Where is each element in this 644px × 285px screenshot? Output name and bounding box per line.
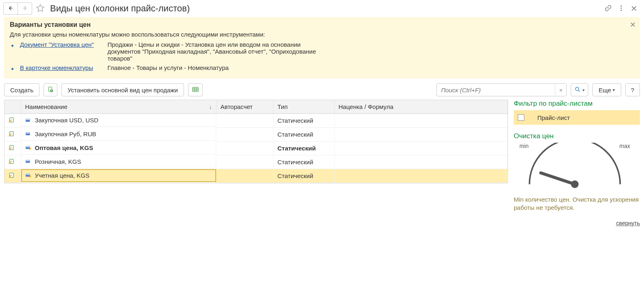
cleanup-title: Очистка цен — [514, 132, 640, 140]
document-plus-icon — [47, 86, 54, 94]
row-state-icon — [9, 131, 15, 138]
row-autocalc — [216, 128, 273, 141]
help-button[interactable]: ? — [625, 83, 640, 96]
gauge-widget: min max — [514, 143, 636, 196]
gauge-min-label: min — [519, 143, 529, 149]
row-markup — [334, 169, 508, 183]
svg-rect-22 — [26, 174, 30, 175]
price-tag-icon — [25, 145, 32, 150]
search-icon — [574, 86, 581, 94]
row-markup — [334, 155, 508, 169]
banner-heading: Варианты установки цен — [10, 21, 634, 28]
row-type: Статический — [273, 155, 334, 169]
more-button[interactable]: Еще — [592, 83, 621, 96]
arrow-left-icon — [7, 5, 14, 13]
row-state-icon — [9, 159, 15, 166]
table-row[interactable]: Оптовая цена, KGSСтатический — [4, 141, 508, 155]
row-autocalc — [216, 114, 273, 128]
svg-rect-5 — [193, 87, 198, 91]
svg-rect-9 — [26, 119, 30, 120]
row-autocalc — [216, 155, 273, 169]
sort-asc-icon: ↓ — [209, 104, 212, 110]
search-button[interactable]: ▾ — [571, 83, 588, 96]
nav-back-button[interactable] — [3, 2, 18, 15]
price-tag-icon — [25, 118, 32, 123]
chevron-down-icon: ▾ — [583, 88, 585, 92]
info-banner: ✕ Варианты установки цен Для установки ц… — [4, 17, 640, 78]
banner-close-icon[interactable]: ✕ — [630, 20, 636, 29]
banner-desc: Главное - Товары и услуги - Номенклатура — [107, 64, 229, 71]
create-button[interactable]: Создать — [4, 83, 39, 96]
row-name: Учетная цена, KGS — [35, 172, 90, 179]
svg-rect-12 — [26, 133, 30, 133]
cleanup-section: Очистка цен min max Min количество цен. … — [514, 132, 640, 212]
arrow-right-icon — [22, 5, 28, 13]
search-clear-icon[interactable]: × — [555, 84, 566, 96]
svg-point-0 — [621, 5, 622, 7]
row-name: Закупочная Руб, RUB — [35, 131, 96, 137]
search-field[interactable]: × — [436, 83, 567, 96]
row-state-icon — [9, 145, 15, 152]
kebab-menu-icon[interactable] — [618, 4, 625, 13]
filter-item-label: Прайс-лист — [537, 114, 570, 121]
close-icon[interactable]: ✕ — [631, 4, 637, 13]
filter-title: Фильтр по прайс-листам — [514, 100, 640, 108]
create-copy-button[interactable] — [44, 83, 57, 96]
row-type: Статический — [273, 114, 334, 128]
svg-rect-19 — [26, 160, 30, 161]
price-types-grid[interactable]: Наименование ↓ Авторасчет Тип Наценка / … — [4, 100, 508, 183]
banner-link-nomenclature-card[interactable]: В карточке номенклатуры — [20, 64, 107, 71]
spreadsheet-icon — [192, 86, 199, 94]
row-state-icon — [9, 173, 15, 180]
search-input[interactable] — [437, 87, 555, 94]
col-header-name[interactable]: Наименование ↓ — [21, 100, 216, 114]
svg-point-1 — [621, 7, 622, 9]
col-header-type[interactable]: Тип — [273, 100, 334, 114]
row-type: Статический — [273, 128, 334, 141]
svg-point-6 — [576, 87, 579, 90]
cleanup-note: Min количество цен. Очистка для ускорени… — [514, 196, 640, 212]
table-row[interactable]: Учетная цена, KGSСтатический — [4, 169, 508, 183]
table-row[interactable]: Закупочная Руб, RUBСтатический — [4, 128, 508, 141]
gauge-icon — [514, 143, 636, 196]
page-title: Виды цен (колонки прайс-листов) — [50, 3, 601, 14]
link-icon[interactable] — [605, 4, 612, 13]
banner-intro: Для установки цены номенклатуры можно во… — [10, 31, 634, 38]
price-tag-icon — [25, 173, 32, 178]
table-row[interactable]: Закупочная USD, USDСтатический — [4, 114, 508, 128]
price-tag-icon — [25, 159, 32, 164]
banner-link-set-prices[interactable]: Документ "Установка цен" — [20, 41, 107, 48]
row-type: Статический — [273, 141, 334, 155]
nav-forward-button[interactable] — [18, 2, 32, 15]
svg-point-2 — [621, 9, 622, 11]
svg-rect-15 — [26, 146, 30, 147]
row-type: Статический — [273, 169, 334, 183]
filter-checkbox[interactable] — [518, 114, 524, 121]
row-state-icon — [9, 117, 15, 124]
col-header-autocalc[interactable]: Авторасчет — [216, 100, 273, 114]
row-markup — [334, 141, 508, 155]
favorite-star-icon[interactable] — [35, 3, 45, 14]
row-name: Розничная, KGS — [35, 158, 81, 165]
collapse-link[interactable]: свернуть — [616, 220, 640, 226]
col-header-markup[interactable]: Наценка / Формула — [334, 100, 508, 114]
filter-pricelist-row[interactable]: Прайс-лист — [514, 110, 640, 125]
svg-point-23 — [28, 175, 31, 177]
filter-section: Фильтр по прайс-листам Прайс-лист — [514, 100, 640, 125]
gauge-max-label: max — [620, 143, 630, 149]
row-name: Оптовая цена, KGS — [35, 144, 93, 151]
svg-point-16 — [28, 148, 31, 150]
row-autocalc — [216, 169, 273, 183]
price-list-button[interactable] — [188, 83, 203, 96]
col-header-state[interactable] — [4, 100, 21, 114]
row-name: Закупочная USD, USD — [35, 117, 99, 124]
row-markup — [334, 114, 508, 128]
banner-desc: Продажи - Цены и скидки - Установка цен … — [107, 41, 319, 62]
set-main-price-button[interactable]: Установить основной вид цен продажи — [61, 83, 184, 96]
row-autocalc — [216, 141, 273, 155]
table-row[interactable]: Розничная, KGSСтатический — [4, 155, 508, 169]
price-tag-icon — [25, 131, 32, 136]
row-markup — [334, 128, 508, 141]
